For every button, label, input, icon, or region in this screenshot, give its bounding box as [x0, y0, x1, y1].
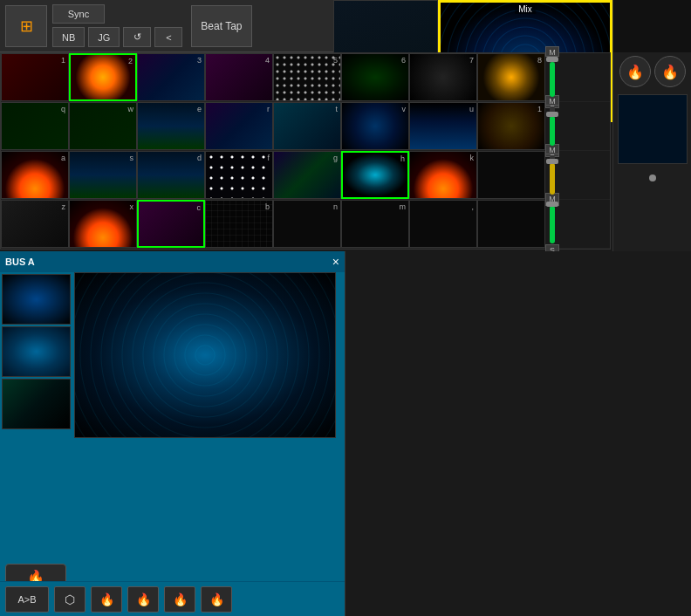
bus-main-visual — [75, 273, 335, 437]
clip-grid: 1 2 3 4 5 6 7 8 M S q w e r t v — [0, 52, 611, 250]
fader-track-4[interactable] — [550, 204, 555, 243]
clip-4-7[interactable]: , — [409, 200, 477, 248]
right-side-panel — [345, 251, 691, 616]
bus-thumb-visual-2 — [3, 327, 70, 376]
clip-4-1[interactable]: z — [1, 200, 69, 248]
sync-button[interactable]: Sync — [52, 4, 105, 24]
fire-toolbar-2[interactable]: 🔥 — [127, 586, 159, 613]
clip-4-3[interactable]: c — [137, 200, 205, 248]
m-button-1[interactable]: M — [545, 46, 559, 57]
fire-tb-icon-3: 🔥 — [173, 592, 188, 606]
control-panel: Sync NB JG ↺ < — [52, 4, 182, 47]
far-right-top — [612, 0, 691, 52]
fire-tb-icon-2: 🔥 — [136, 592, 151, 606]
bus-thumb-3[interactable] — [2, 379, 71, 429]
right-dot — [649, 175, 656, 181]
clip-1-1[interactable]: 1 — [1, 53, 69, 101]
clip-1-8[interactable]: 8 — [477, 53, 545, 101]
cube-toolbar-icon: ⬡ — [65, 592, 75, 606]
bottom-toolbar: A>B ⬡ 🔥 🔥 🔥 🔥 — [0, 581, 345, 616]
ab-button[interactable]: A>B — [5, 586, 49, 613]
clip-2-8[interactable]: 1 — [477, 102, 545, 150]
bus-thumb-1[interactable] — [2, 274, 71, 325]
bus-main-preview — [74, 272, 336, 438]
beat-tap-button[interactable]: Beat Tap — [191, 5, 251, 47]
clip-3-8[interactable] — [477, 151, 545, 199]
fire-button-right-2[interactable]: 🔥 — [654, 56, 686, 87]
bus-header: BUS A × — [0, 251, 345, 272]
clip-1-6[interactable]: 6 — [341, 53, 409, 101]
clip-3-1[interactable]: a — [1, 151, 69, 199]
clip-2-6[interactable]: v — [341, 102, 409, 150]
fire-button-right-1[interactable]: 🔥 — [619, 56, 651, 87]
mix-label: Mix — [515, 4, 536, 14]
clip-4-5[interactable]: n — [273, 200, 341, 248]
clip-row-2: q w e r t v u 1 M S — [1, 102, 610, 151]
right-preview — [618, 94, 688, 164]
fader-thumb-1[interactable] — [546, 57, 558, 62]
fader-row-3: M S — [545, 151, 559, 199]
clip-row-4: z x c b n m , M S — [1, 200, 610, 249]
grid-icon: ⊞ — [20, 17, 33, 36]
jg-button[interactable]: JG — [88, 27, 120, 47]
undo-button[interactable]: ↺ — [123, 27, 151, 47]
bottom-btn-row: NB JG ↺ < — [52, 27, 182, 47]
fader-thumb-3[interactable] — [546, 159, 558, 164]
fader-fill-2 — [550, 116, 555, 146]
fader-row-2: M S — [545, 102, 559, 150]
clip-3-6[interactable]: h — [341, 151, 409, 199]
bus-thumb-2[interactable] — [2, 326, 71, 377]
fader-track-1[interactable] — [550, 58, 555, 97]
clip-1-5[interactable]: 5 — [273, 53, 341, 101]
fire-icon-2: 🔥 — [661, 64, 679, 80]
bus-thumbnails — [0, 272, 72, 431]
fire-toolbar-4[interactable]: 🔥 — [201, 586, 232, 613]
fader-fill-3 — [550, 163, 555, 195]
clip-row-1: 1 2 3 4 5 6 7 8 M S — [1, 53, 610, 102]
clip-2-5[interactable]: t — [273, 102, 341, 150]
bus-thumb-visual-1 — [3, 275, 70, 324]
fader-row-4: M S — [545, 200, 559, 248]
nb-button[interactable]: NB — [52, 27, 85, 47]
clip-1-2[interactable]: 2 — [69, 53, 137, 101]
clip-2-3[interactable]: e — [137, 102, 205, 150]
clip-3-5[interactable]: g — [273, 151, 341, 199]
grid-icon-button[interactable]: ⊞ — [5, 5, 47, 47]
clip-1-7[interactable]: 7 — [409, 53, 477, 101]
fader-thumb-2[interactable] — [546, 112, 558, 117]
fire-toolbar-3[interactable]: 🔥 — [164, 586, 195, 613]
clip-3-3[interactable]: d — [137, 151, 205, 199]
beat-tap-container: Beat Tap — [191, 5, 251, 47]
cube-toolbar-button[interactable]: ⬡ — [54, 586, 86, 613]
fire-toolbar-1[interactable]: 🔥 — [91, 586, 122, 613]
clip-2-4[interactable]: r — [205, 102, 273, 150]
bus-thumb-visual-3 — [3, 380, 70, 428]
clip-4-6[interactable]: m — [341, 200, 409, 248]
fader-fill-4 — [550, 206, 555, 243]
clip-2-2[interactable]: w — [69, 102, 137, 150]
clip-3-2[interactable]: s — [69, 151, 137, 199]
clip-2-7[interactable]: u — [409, 102, 477, 150]
clip-1-4[interactable]: 4 — [205, 53, 273, 101]
clip-row-3: a s d f g h k M S — [1, 151, 610, 200]
bottom-section: BUS A × 🔥 ⬡ — [0, 251, 691, 616]
fader-track-3[interactable] — [550, 155, 555, 195]
fire-tb-icon-4: 🔥 — [209, 592, 224, 606]
fader-track-container-1 — [550, 58, 555, 97]
fader-track-2[interactable] — [550, 106, 555, 146]
clip-3-4[interactable]: f — [205, 151, 273, 199]
fire-tb-icon-1: 🔥 — [99, 592, 114, 606]
clip-1-3[interactable]: 3 — [137, 53, 205, 101]
clip-4-8[interactable] — [477, 200, 545, 248]
bus-close-button[interactable]: × — [332, 256, 339, 268]
back-button[interactable]: < — [154, 27, 182, 47]
fader-fill-1 — [550, 62, 555, 98]
clip-3-7[interactable]: k — [409, 151, 477, 199]
bus-label: BUS A — [5, 257, 35, 267]
clip-2-1[interactable]: q — [1, 102, 69, 150]
fader-row-1: M S — [545, 53, 559, 101]
fader-thumb-4[interactable] — [546, 202, 558, 207]
clip-4-2[interactable]: x — [69, 200, 137, 248]
clip-4-4[interactable]: b — [205, 200, 273, 248]
fire-btn-row: 🔥 🔥 — [619, 56, 686, 87]
